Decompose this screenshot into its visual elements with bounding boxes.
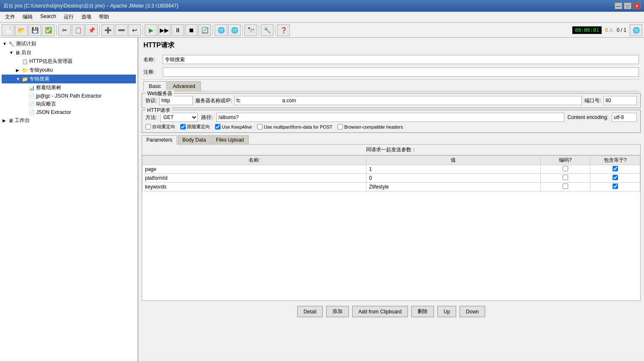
name-input[interactable] bbox=[163, 55, 639, 64]
stop-btn[interactable]: ⏹ bbox=[185, 24, 197, 36]
param-include-1[interactable] bbox=[590, 174, 640, 183]
tree-item-album-search[interactable]: ▼ 📁 专辑搜索 bbox=[2, 75, 136, 83]
param-include-0[interactable] bbox=[590, 165, 640, 174]
new-btn[interactable]: 📄 bbox=[2, 24, 14, 36]
follow-redirect-label[interactable]: 跟随重定向 bbox=[180, 124, 210, 130]
param-name-2[interactable]: keywords bbox=[143, 183, 366, 191]
tree-item-http-header[interactable]: 📋 HTTP信息头管理器 bbox=[2, 57, 136, 66]
param-encoded-1[interactable] bbox=[540, 174, 590, 183]
server-input[interactable] bbox=[234, 96, 582, 105]
param-encoded-0[interactable] bbox=[540, 165, 590, 174]
param-tab-parameters[interactable]: Parameters bbox=[142, 135, 177, 145]
tree-item-json-extractor[interactable]: 📄 JSON Extractor bbox=[2, 109, 136, 116]
tree-item-view-results[interactable]: 📊 察看结果树 bbox=[2, 83, 136, 92]
expand-test-plan[interactable]: ▼ bbox=[3, 41, 8, 46]
monitor-btn[interactable]: 🔭 bbox=[244, 24, 257, 36]
server-row: 协议: 服务器名称或IP: 端口号: bbox=[145, 96, 637, 105]
run-no-pause-btn[interactable]: ▶▶ bbox=[158, 24, 171, 36]
browser-compat-label[interactable]: Browser-compatible headers bbox=[338, 124, 403, 129]
add-clipboard-button[interactable]: Add from Clipboard bbox=[352, 306, 408, 317]
include-cb-2[interactable] bbox=[613, 184, 618, 189]
open-btn[interactable]: 📂 bbox=[15, 24, 28, 36]
down-button[interactable]: Down bbox=[460, 306, 485, 317]
menu-edit[interactable]: 编辑 bbox=[19, 13, 36, 21]
help-toolbar-btn[interactable]: ❓ bbox=[277, 24, 290, 36]
encoded-cb-2[interactable] bbox=[563, 184, 568, 189]
save-btn[interactable]: ✅ bbox=[42, 24, 55, 36]
shutdown-btn[interactable]: 🔄 bbox=[198, 24, 211, 36]
param-encoded-2[interactable] bbox=[540, 183, 590, 191]
tab-basic[interactable]: Basic bbox=[143, 81, 166, 91]
auto-redirect-label[interactable]: 自动重定向 bbox=[145, 124, 175, 130]
follow-redirect-cb[interactable] bbox=[180, 124, 186, 129]
detail-button[interactable]: Detail bbox=[297, 306, 323, 317]
tree-item-json-path[interactable]: 📄 jp@gc - JSON Path Extractor bbox=[2, 92, 136, 100]
param-value-1[interactable]: 0 bbox=[366, 174, 540, 183]
save-plain-btn[interactable]: 💾 bbox=[29, 24, 41, 36]
remove-node-btn[interactable]: ➖ bbox=[115, 24, 127, 36]
menu-file[interactable]: 文件 bbox=[2, 13, 18, 21]
use-keepalive-cb[interactable] bbox=[215, 124, 221, 129]
separator-3 bbox=[143, 25, 143, 35]
remote-run-btn[interactable]: 🌐 bbox=[215, 24, 227, 36]
auto-redirect-cb[interactable] bbox=[145, 124, 151, 129]
protocol-input[interactable] bbox=[159, 96, 193, 105]
method-select[interactable]: GET POST PUT DELETE HEAD OPTIONS PATCH bbox=[160, 113, 198, 122]
param-include-2[interactable] bbox=[590, 183, 640, 191]
globe-btn[interactable]: 🌐 bbox=[630, 24, 642, 36]
close-button[interactable]: ✕ bbox=[633, 3, 641, 9]
cut-btn[interactable]: ✂ bbox=[58, 24, 71, 36]
param-value-2[interactable]: Zlifestyle bbox=[366, 183, 540, 191]
tree-item-youku[interactable]: ▶ 📁 专辑youku bbox=[2, 66, 136, 75]
bottom-buttons: Detail 添加 Add from Clipboard 删除 Up Down bbox=[138, 303, 644, 321]
encoding-input[interactable] bbox=[612, 113, 637, 122]
menu-search[interactable]: Search bbox=[37, 13, 60, 21]
param-name-1[interactable]: platformId bbox=[143, 174, 366, 183]
remote-stop-btn[interactable]: 🌐 bbox=[228, 24, 241, 36]
include-cb-0[interactable] bbox=[613, 166, 618, 171]
menu-options[interactable]: 选项 bbox=[78, 13, 95, 21]
tree-icon-json-extractor: 📄 bbox=[29, 109, 35, 115]
tree-item-response-assertion[interactable]: 📄 响应断言 bbox=[2, 100, 136, 109]
param-tab-body-data[interactable]: Body Data bbox=[178, 135, 210, 144]
tools-btn[interactable]: 🔧 bbox=[261, 24, 273, 36]
tab-advanced[interactable]: Advanced bbox=[167, 81, 200, 91]
menu-run[interactable]: 运行 bbox=[60, 13, 77, 21]
run-btn[interactable]: ▶ bbox=[145, 24, 157, 36]
encoded-cb-0[interactable] bbox=[563, 166, 568, 171]
add-node-btn[interactable]: ➕ bbox=[101, 24, 114, 36]
tree-item-backend[interactable]: ▼ 🖥 后台 bbox=[2, 48, 136, 57]
param-tab-files-upload[interactable]: Files Upload bbox=[211, 135, 249, 144]
use-keepalive-label[interactable]: Use KeepAlive bbox=[215, 124, 252, 129]
include-cb-1[interactable] bbox=[613, 175, 618, 180]
up-button[interactable]: Up bbox=[437, 306, 456, 317]
multipart-cb[interactable] bbox=[257, 124, 262, 129]
method-label: 方法: bbox=[145, 114, 157, 121]
minimize-button[interactable]: — bbox=[615, 3, 622, 9]
add-param-button[interactable]: 添加 bbox=[326, 306, 349, 317]
param-name-0[interactable]: page bbox=[143, 165, 366, 174]
expand-workbench[interactable]: ▶ bbox=[3, 118, 8, 123]
multipart-label[interactable]: Use multipart/form-data for POST bbox=[257, 124, 332, 129]
pause-btn[interactable]: ⏸ bbox=[171, 24, 184, 36]
encoded-cb-1[interactable] bbox=[563, 175, 568, 180]
copy-btn[interactable]: 📋 bbox=[72, 24, 84, 36]
expand-album-search[interactable]: ▼ bbox=[16, 77, 21, 81]
path-input[interactable] bbox=[216, 113, 564, 122]
expand-youku[interactable]: ▶ bbox=[16, 68, 21, 72]
http-req-title: HTTP请求 bbox=[145, 107, 172, 114]
delete-param-button[interactable]: 删除 bbox=[411, 306, 434, 317]
comment-input[interactable] bbox=[163, 67, 639, 77]
browser-compat-cb[interactable] bbox=[338, 124, 343, 129]
port-input[interactable] bbox=[603, 96, 637, 105]
restore-button[interactable]: □ bbox=[624, 3, 631, 9]
tree-item-workbench[interactable]: ▶ 🖥 工作台 bbox=[2, 116, 136, 125]
param-value-0[interactable]: 1 bbox=[366, 165, 540, 174]
paste-btn[interactable]: 📌 bbox=[85, 24, 98, 36]
tree-item-test-plan[interactable]: ▼ 🔧 测试计划 bbox=[2, 39, 136, 48]
expand-backend[interactable]: ▼ bbox=[9, 50, 14, 55]
tree-label-http-header: HTTP信息头管理器 bbox=[29, 58, 73, 65]
separator-1 bbox=[56, 25, 57, 35]
menu-help[interactable]: 帮助 bbox=[96, 13, 112, 21]
reset-btn[interactable]: ↩ bbox=[128, 24, 141, 36]
